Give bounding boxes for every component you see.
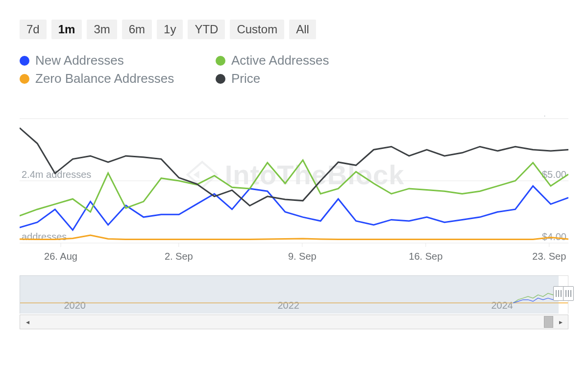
svg-text:26. Aug: 26. Aug [44,251,77,262]
scroll-thumb[interactable] [544,316,553,328]
legend-item[interactable]: New Addresses [20,53,196,68]
svg-text:23. Sep: 23. Sep [532,251,566,262]
legend-item[interactable]: Zero Balance Addresses [20,71,196,86]
svg-text:2.4m addresses: 2.4m addresses [22,169,91,180]
navigator-handle-right[interactable] [563,286,574,301]
range-all[interactable]: All [289,20,316,39]
legend-dot-icon [216,56,225,66]
range-7d[interactable]: 7d [20,20,47,39]
navigator-mask [20,275,559,314]
svg-text:16. Sep: 16. Sep [409,251,442,262]
legend-label: Price [231,71,260,86]
main-chart[interactable]: IntoTheBlock 4.8m addresses$6.002.4m add… [20,116,568,263]
svg-text:4.8m addresses: 4.8m addresses [22,116,91,118]
legend-label: New Addresses [35,53,124,68]
range-3m[interactable]: 3m [87,20,117,39]
navigator[interactable]: 202020222024 ◂ ▸ [20,275,568,329]
legend-dot-icon [216,74,225,84]
range-custom[interactable]: Custom [230,20,284,39]
svg-text:$6.00: $6.00 [542,116,566,118]
svg-text:2. Sep: 2. Sep [165,251,193,262]
series-line [20,186,568,230]
navigator-handle-left[interactable] [553,286,564,301]
series-line [20,235,568,240]
legend-dot-icon [20,56,29,66]
range-6m[interactable]: 6m [122,20,152,39]
navigator-scrollbar[interactable]: ◂ ▸ [20,315,568,329]
range-1y[interactable]: 1y [157,20,183,39]
range-1m[interactable]: 1m [51,20,82,39]
scroll-track[interactable] [35,315,553,329]
legend-item[interactable]: Active Addresses [216,53,392,68]
svg-text:addresses: addresses [22,231,67,242]
range-ytd[interactable]: YTD [188,20,225,39]
legend-dot-icon [20,74,29,84]
legend-label: Active Addresses [231,53,329,68]
svg-text:9. Sep: 9. Sep [288,251,317,262]
legend-item[interactable]: Price [216,71,392,86]
scroll-left-arrow[interactable]: ◂ [20,315,35,329]
series-line [20,160,568,216]
series-line [20,128,568,206]
chart-legend: New AddressesActive AddressesZero Balanc… [20,53,392,86]
svg-text:$4.00: $4.00 [542,231,566,242]
scroll-right-arrow[interactable]: ▸ [553,315,568,329]
legend-label: Zero Balance Addresses [35,71,174,86]
range-selector: 7d1m3m6m1yYTDCustomAll [20,20,568,39]
chart-svg: 4.8m addresses$6.002.4m addresses$5.00ad… [20,116,568,263]
